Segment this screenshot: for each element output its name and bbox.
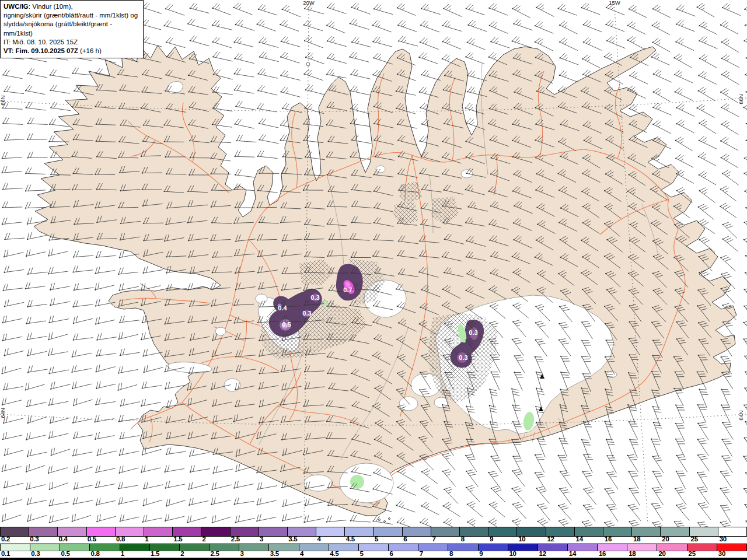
wind-barb-station-dot bbox=[142, 189, 143, 190]
wind-barb-station-dot bbox=[49, 124, 50, 125]
wind-barb-station-dot bbox=[72, 422, 74, 424]
wind-barb-station-dot bbox=[511, 388, 512, 389]
wind-barb-station-dot bbox=[26, 489, 27, 490]
wind-barb-station-dot bbox=[697, 423, 699, 424]
wind-barb-station-dot bbox=[442, 289, 444, 290]
wind-barb-station-dot bbox=[4, 306, 5, 307]
wind-barb-station-dot bbox=[606, 472, 608, 473]
wind-barb-station-dot bbox=[211, 323, 212, 324]
wind-barb-station-dot bbox=[721, 439, 722, 440]
wind-barb-station-dot bbox=[420, 307, 421, 308]
wind-barb-station-dot bbox=[721, 157, 722, 158]
wind-barb-station-dot bbox=[466, 487, 467, 488]
wind-barb-station-dot bbox=[374, 106, 375, 107]
wind-barb-station-dot bbox=[397, 438, 398, 439]
wind-barb-station-dot bbox=[188, 91, 189, 92]
wind-barb-station-dot bbox=[699, 58, 700, 59]
wind-barb-station-dot bbox=[512, 74, 514, 75]
wind-barb-station-dot bbox=[720, 206, 721, 207]
wind-barb-station-dot bbox=[326, 421, 327, 422]
wind-barb-station-dot bbox=[720, 92, 721, 93]
wind-barb-station-dot bbox=[512, 305, 514, 306]
wind-barb-station-dot bbox=[166, 454, 167, 455]
wind-barb-station-dot bbox=[189, 505, 190, 506]
wind-barb-station-dot bbox=[74, 90, 75, 92]
wind-barb-station-dot bbox=[27, 123, 29, 124]
wind-barb-station-dot bbox=[418, 437, 420, 438]
wind-barb-station-dot bbox=[71, 156, 72, 157]
wind-barb-station-dot bbox=[560, 156, 561, 157]
wind-barb-station-dot bbox=[419, 141, 420, 142]
wind-barb-station-dot bbox=[676, 505, 677, 506]
wind-barb-station-dot bbox=[675, 404, 676, 405]
wind-barb-station-dot bbox=[676, 239, 677, 240]
wind-barb-station-dot bbox=[629, 439, 630, 440]
wind-barb-station-dot bbox=[465, 107, 466, 108]
wind-barb-station-dot bbox=[96, 388, 97, 389]
wind-barb-station-dot bbox=[48, 404, 50, 405]
wind-barb-station-dot bbox=[698, 256, 699, 257]
wind-barb-station-dot bbox=[629, 488, 630, 489]
wind-barb-station-dot bbox=[351, 272, 352, 274]
wind-barb-station-dot bbox=[652, 355, 653, 356]
colorbar-cell bbox=[299, 544, 329, 551]
wind-barb-station-dot bbox=[444, 489, 445, 490]
wind-barb-station-dot bbox=[166, 56, 167, 57]
wind-barb-station-dot bbox=[73, 257, 74, 258]
wind-barb-station-dot bbox=[235, 289, 236, 290]
wind-barb-station-dot bbox=[26, 107, 27, 108]
wind-barb-station-dot bbox=[583, 454, 584, 455]
wind-barb-station-dot bbox=[2, 107, 3, 108]
wind-barb-station-dot bbox=[420, 41, 421, 43]
wind-barb-station-dot bbox=[419, 256, 420, 257]
wind-barb-station-dot bbox=[651, 158, 652, 159]
wind-barb-station-dot bbox=[606, 340, 607, 341]
wind-barb-station-dot bbox=[163, 191, 165, 192]
wind-barb-station-dot bbox=[442, 454, 443, 456]
wind-barb-station-dot bbox=[605, 356, 606, 358]
wind-barb-station-dot bbox=[513, 222, 514, 223]
wind-barb-station-dot bbox=[604, 190, 605, 191]
wind-barb-station-dot bbox=[421, 8, 422, 9]
wind-barb-station-dot bbox=[744, 504, 745, 505]
wind-barb-station-dot bbox=[96, 355, 97, 356]
wind-barb-station-dot bbox=[211, 190, 212, 191]
lake-thingvallavatn bbox=[224, 379, 240, 391]
wind-barb-station-dot bbox=[397, 57, 398, 58]
wind-barb-station-dot bbox=[304, 107, 305, 108]
wind-barb-station-dot bbox=[95, 174, 96, 175]
wind-barb-station-dot bbox=[676, 173, 677, 174]
wind-barb-station-dot bbox=[581, 439, 582, 440]
wind-barb-station-dot bbox=[535, 406, 536, 407]
wind-barb-station-dot bbox=[629, 174, 630, 175]
wind-barb-station-dot bbox=[96, 141, 97, 142]
wind-barb-station-dot bbox=[97, 454, 98, 456]
wind-barb-station-dot bbox=[488, 289, 490, 290]
wind-barb-station-dot bbox=[697, 454, 699, 456]
wind-barb-station-dot bbox=[465, 222, 466, 223]
wind-barb-station-dot bbox=[512, 503, 514, 505]
wind-barb-station-dot bbox=[581, 7, 582, 8]
wind-barb-station-dot bbox=[560, 257, 561, 258]
wind-barb-station-dot bbox=[187, 23, 189, 24]
wind-barb-station-dot bbox=[558, 340, 560, 341]
colorbar-tick-label: 1.5 bbox=[149, 550, 159, 557]
wind-barb-station-dot bbox=[535, 107, 536, 108]
wind-barb-station-dot bbox=[2, 123, 4, 124]
wind-barb-station-dot bbox=[27, 503, 28, 505]
wind-barb-station-dot bbox=[188, 421, 189, 422]
wind-barb-station-dot bbox=[95, 323, 96, 324]
wind-barb-station-dot bbox=[96, 124, 97, 125]
wind-barb-station-dot bbox=[581, 240, 582, 241]
wind-barb-station-dot bbox=[604, 206, 605, 207]
wind-barb-station-dot bbox=[442, 304, 443, 306]
wind-barb-station-dot bbox=[745, 91, 746, 92]
wind-barb-station-dot bbox=[698, 222, 699, 223]
wind-barb-station-dot bbox=[467, 24, 469, 26]
wind-barb-station-dot bbox=[652, 340, 654, 341]
wind-barb-station-dot bbox=[512, 156, 513, 158]
wind-barb-station-dot bbox=[304, 174, 305, 175]
wind-barb-station-dot bbox=[536, 206, 537, 208]
wind-barb-station-dot bbox=[420, 24, 421, 26]
wind-barb-station-dot bbox=[212, 92, 214, 93]
